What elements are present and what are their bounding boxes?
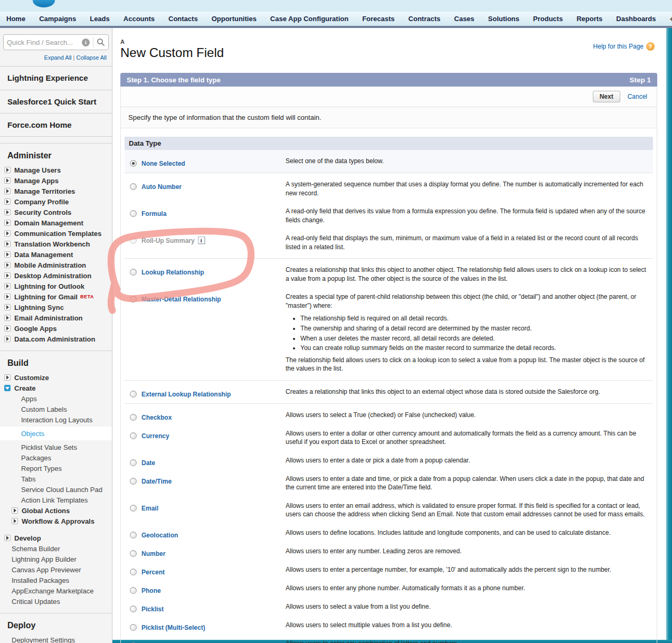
sidebar-item-communication-templates[interactable]: Communication Templates <box>0 228 112 239</box>
sidebar-item-lightning-for-outlook[interactable]: Lightning for Outlook <box>0 281 112 291</box>
expand-arrow-icon[interactable] <box>4 188 11 194</box>
tab-products[interactable]: Products <box>533 15 563 23</box>
sidebar-item-workflow-approvals[interactable]: Workflow & Approvals <box>0 516 112 526</box>
datatype-label-number[interactable]: Number <box>141 550 165 557</box>
collapse-arrow-icon[interactable] <box>4 385 11 391</box>
sidebar-item-interaction-log-layouts[interactable]: Interaction Log Layouts <box>0 414 112 425</box>
sidebar-item-desktop-administration[interactable]: Desktop Administration <box>0 270 112 281</box>
radio-none-selected[interactable] <box>130 160 137 167</box>
tab-campaigns[interactable]: Campaigns <box>39 15 76 23</box>
tab-leads[interactable]: Leads <box>90 15 110 23</box>
expand-arrow-icon[interactable] <box>4 315 11 321</box>
radio-picklist-multi-select[interactable] <box>130 624 137 631</box>
datatype-label-date-time[interactable]: Date/Time <box>141 478 172 485</box>
expand-arrow-icon[interactable] <box>4 251 11 258</box>
sidebar-item-picklist-value-sets[interactable]: Picklist Value Sets <box>0 442 112 452</box>
expand-arrow-icon[interactable] <box>4 241 11 247</box>
tab-contracts[interactable]: Contracts <box>409 15 441 23</box>
sidebar-item-canvas-app-previewer[interactable]: Canvas App Previewer <box>0 564 112 575</box>
tab-opportunities[interactable]: Opportunities <box>212 15 257 23</box>
radio-email[interactable] <box>130 505 137 512</box>
expand-arrow-icon[interactable] <box>4 374 11 381</box>
sidebar-item-manage-territories[interactable]: Manage Territories <box>0 186 112 196</box>
tab-case-app-configuration[interactable]: Case App Configuration <box>270 15 348 23</box>
expand-arrow-icon[interactable] <box>4 304 11 310</box>
radio-picklist[interactable] <box>130 606 137 612</box>
expand-arrow-icon[interactable] <box>4 272 11 279</box>
help-question-icon[interactable]: ? <box>646 42 655 51</box>
search-icon[interactable] <box>97 38 105 46</box>
sidebar-section-salesforce1-quick-start[interactable]: Salesforce1 Quick Start <box>0 90 112 113</box>
sidebar-item-report-types[interactable]: Report Types <box>0 463 112 474</box>
expand-arrow-icon[interactable] <box>4 209 11 215</box>
expand-arrow-icon[interactable] <box>12 507 18 514</box>
sidebar-item-objects[interactable]: Objects <box>0 427 112 440</box>
expand-arrow-icon[interactable] <box>4 294 11 300</box>
expand-arrow-icon[interactable] <box>4 325 11 332</box>
sidebar-item-manage-apps[interactable]: Manage Apps <box>0 175 112 186</box>
sidebar-item-manage-users[interactable]: Manage Users <box>0 165 112 175</box>
sidebar-item-lightning-app-builder[interactable]: Lightning App Builder <box>0 554 112 564</box>
tab-dashboards[interactable]: Dashboards <box>616 15 656 23</box>
datatype-label-currency[interactable]: Currency <box>141 432 169 440</box>
expand-arrow-icon[interactable] <box>4 283 11 289</box>
datatype-label-auto-number[interactable]: Auto Number <box>141 183 182 191</box>
add-tab-button[interactable]: + <box>669 14 672 23</box>
sidebar-item-apps[interactable]: Apps <box>0 393 112 404</box>
sidebar-item-company-profile[interactable]: Company Profile <box>0 196 112 207</box>
help-for-this-page[interactable]: Help for this Page ? <box>593 42 655 51</box>
sidebar-item-develop[interactable]: Develop <box>0 533 112 543</box>
sidebar-item-custom-labels[interactable]: Custom Labels <box>0 404 112 414</box>
datatype-label-picklist[interactable]: Picklist <box>141 606 164 613</box>
radio-lookup-relationship[interactable] <box>130 269 137 276</box>
sidebar-item-deployment-settings[interactable]: Deployment Settings <box>0 635 112 643</box>
datatype-label-none-selected[interactable]: None Selected <box>141 160 185 167</box>
expand-arrow-icon[interactable] <box>4 167 11 173</box>
tab-solutions[interactable]: Solutions <box>488 15 519 23</box>
radio-currency[interactable] <box>130 432 137 439</box>
tab-accounts[interactable]: Accounts <box>124 15 155 23</box>
sidebar-item-packages[interactable]: Packages <box>0 452 112 463</box>
datatype-label-percent[interactable]: Percent <box>141 569 165 576</box>
expand-arrow-icon[interactable] <box>4 220 11 226</box>
sidebar-item-schema-builder[interactable]: Schema Builder <box>0 543 112 554</box>
sidebar-item-customize[interactable]: Customize <box>0 372 112 383</box>
datatype-label-phone[interactable]: Phone <box>141 587 161 594</box>
sidebar-item-lightning-for-gmail[interactable]: Lightning for GmailBETA <box>0 291 112 302</box>
radio-date-time[interactable] <box>130 478 137 485</box>
next-button[interactable]: Next <box>593 91 620 102</box>
datatype-label-date[interactable]: Date <box>141 459 155 467</box>
tab-contacts[interactable]: Contacts <box>168 15 198 23</box>
sidebar-item-critical-updates[interactable]: Critical Updates <box>0 596 112 607</box>
sidebar-section-lightning-experience[interactable]: Lightning Experience <box>0 67 112 90</box>
sidebar-item-action-link-templates[interactable]: Action Link Templates <box>0 495 112 505</box>
radio-checkbox[interactable] <box>130 414 137 421</box>
expand-arrow-icon[interactable] <box>4 262 11 268</box>
sidebar-item-create[interactable]: Create <box>0 383 112 393</box>
radio-percent[interactable] <box>130 569 137 575</box>
collapse-all-link[interactable]: Collapse All <box>77 54 107 61</box>
sidebar-item-email-administration[interactable]: Email Administration <box>0 313 112 323</box>
cancel-link[interactable]: Cancel <box>628 93 647 100</box>
sidebar-item-mobile-administration[interactable]: Mobile Administration <box>0 260 112 270</box>
sidebar-item-service-cloud-launch-pad[interactable]: Service Cloud Launch Pad <box>0 484 112 495</box>
expand-arrow-icon[interactable] <box>12 518 18 524</box>
datatype-label-lookup-relationship[interactable]: Lookup Relationship <box>141 269 204 276</box>
info-icon[interactable]: i <box>198 237 205 244</box>
datatype-label-checkbox[interactable]: Checkbox <box>141 414 172 421</box>
sidebar-section-force-com-home[interactable]: Force.com Home <box>0 113 112 136</box>
expand-arrow-icon[interactable] <box>4 336 11 342</box>
sidebar-item-google-apps[interactable]: Google Apps <box>0 323 112 334</box>
tab-cases[interactable]: Cases <box>454 15 474 23</box>
expand-all-link[interactable]: Expand All <box>44 54 72 61</box>
radio-geolocation[interactable] <box>130 532 137 538</box>
datatype-label-master-detail-relationship[interactable]: Master-Detail Relationship <box>141 296 221 303</box>
expand-arrow-icon[interactable] <box>4 230 11 237</box>
radio-auto-number[interactable] <box>130 183 137 190</box>
radio-formula[interactable] <box>130 210 137 217</box>
expand-arrow-icon[interactable] <box>4 177 11 184</box>
radio-number[interactable] <box>130 550 137 557</box>
radio-master-detail-relationship[interactable] <box>130 296 137 302</box>
datatype-label-email[interactable]: Email <box>141 505 158 512</box>
search-info-icon[interactable]: i <box>82 39 90 46</box>
